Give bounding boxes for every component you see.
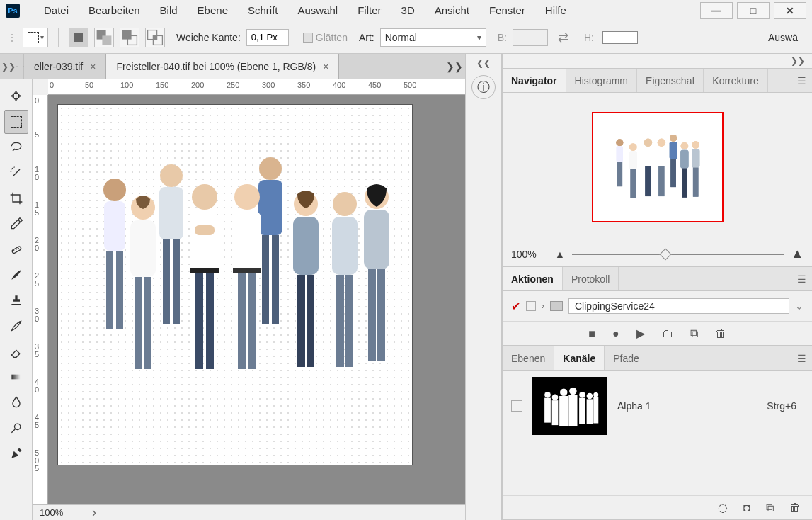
- menu-ebene[interactable]: Ebene: [188, 1, 238, 19]
- tool-preset-dropdown[interactable]: ▾: [23, 28, 48, 47]
- feather-input[interactable]: [246, 29, 289, 46]
- magic-wand-tool-icon[interactable]: [4, 161, 28, 185]
- selection-intersect-icon[interactable]: [145, 28, 165, 47]
- tab-properties[interactable]: Eigenschaf: [637, 69, 704, 92]
- tab-histogram[interactable]: Histogramm: [566, 69, 637, 92]
- maximize-button[interactable]: □: [737, 2, 770, 19]
- visibility-toggle[interactable]: [511, 400, 522, 412]
- panel-menu-icon[interactable]: ☰: [791, 267, 812, 290]
- svg-rect-52: [377, 269, 385, 361]
- width-input[interactable]: [513, 29, 548, 46]
- dodge-tool-icon[interactable]: [4, 416, 28, 440]
- menu-auswahl[interactable]: Auswahl: [288, 1, 348, 19]
- swap-wh-icon[interactable]: ⇄: [558, 30, 568, 45]
- actions-footer: ■ ● ▶ 🗀 ⧉ 🗑: [503, 321, 812, 345]
- document-tab-1[interactable]: eller-039.tif ×: [24, 54, 106, 79]
- channel-row-alpha1[interactable]: Alpha 1 Strg+6: [503, 373, 812, 439]
- tabs-overflow-icon[interactable]: ❯❯: [444, 54, 465, 79]
- expand-strip-icon[interactable]: ❮❮: [476, 58, 491, 68]
- blur-tool-icon[interactable]: [4, 390, 28, 414]
- style-select[interactable]: Normal: [380, 28, 486, 47]
- trash-icon[interactable]: 🗑: [715, 327, 726, 340]
- menu-filter[interactable]: Filter: [348, 1, 391, 19]
- tab-layers[interactable]: Ebenen: [503, 346, 554, 370]
- eraser-tool-icon[interactable]: [4, 339, 28, 363]
- menu-datei[interactable]: Datei: [34, 1, 79, 19]
- eyedropper-tool-icon[interactable]: [4, 212, 28, 236]
- new-action-icon[interactable]: ⧉: [690, 327, 698, 340]
- menu-fenster[interactable]: Fenster: [479, 1, 535, 19]
- document-tab-2[interactable]: Freisteller-040.tif bei 100% (Ebene 1, R…: [106, 54, 339, 79]
- select-edge-button[interactable]: Auswä: [761, 29, 805, 46]
- document-tabs: ❯❯ ⋮⋮ eller-039.tif × Freisteller-040.ti…: [0, 54, 465, 79]
- zoom-out-icon[interactable]: ▲: [555, 249, 565, 260]
- tab-actions[interactable]: Aktionen: [503, 267, 563, 290]
- check-icon[interactable]: ✔: [511, 300, 520, 313]
- panel-menu-icon[interactable]: ☰: [791, 346, 812, 370]
- move-tool-icon[interactable]: ✥: [4, 84, 28, 108]
- play-icon[interactable]: ▶: [636, 327, 645, 340]
- tab-navigator[interactable]: Navigator: [503, 69, 566, 92]
- selection-subtract-icon[interactable]: [120, 28, 139, 47]
- action-set-name[interactable]: ClippingService24: [568, 298, 789, 314]
- svg-point-83: [579, 392, 585, 398]
- stamp-tool-icon[interactable]: [4, 288, 28, 312]
- gradient-tool-icon[interactable]: [4, 365, 28, 389]
- close-button[interactable]: ✕: [774, 2, 806, 19]
- trash-icon[interactable]: 🗑: [789, 502, 801, 514]
- new-channel-icon[interactable]: ⧉: [766, 502, 774, 514]
- menu-hilfe[interactable]: Hilfe: [535, 1, 576, 19]
- tab-adjustments[interactable]: Korrekture: [704, 69, 767, 92]
- svg-point-71: [692, 141, 699, 149]
- panel-menu-icon[interactable]: ☰: [791, 69, 812, 92]
- toggle-dialog-icon[interactable]: [526, 301, 536, 311]
- svg-rect-25: [272, 235, 279, 324]
- tab-channels[interactable]: Kanäle: [554, 346, 605, 370]
- marquee-tool-icon[interactable]: [4, 110, 28, 134]
- info-panel-icon[interactable]: ⓘ: [471, 75, 496, 99]
- svg-rect-40: [248, 273, 256, 369]
- save-selection-icon[interactable]: ◘: [743, 502, 750, 514]
- stop-icon[interactable]: ■: [588, 327, 595, 340]
- navigator-zoom-input[interactable]: 100%: [511, 249, 548, 260]
- menu-bearbeiten[interactable]: Bearbeiten: [79, 1, 150, 19]
- chevron-right-icon[interactable]: ›: [542, 301, 544, 311]
- tab-history[interactable]: Protokoll: [563, 267, 619, 290]
- zoom-readout[interactable]: 100%: [40, 507, 89, 518]
- new-set-icon[interactable]: 🗀: [662, 327, 673, 340]
- menu-3d[interactable]: 3D: [391, 1, 425, 19]
- action-set-row[interactable]: ✔ › ClippingService24 ⌄: [508, 295, 806, 317]
- navigator-thumbnail[interactable]: [592, 112, 724, 222]
- menu-bild[interactable]: Bild: [150, 1, 188, 19]
- brush-tool-icon[interactable]: [4, 263, 28, 287]
- close-icon[interactable]: ×: [323, 61, 328, 72]
- close-icon[interactable]: ×: [90, 61, 96, 72]
- collapse-panels-icon[interactable]: ❯❯: [791, 56, 805, 66]
- status-chevron-icon[interactable]: ›: [92, 505, 96, 520]
- svg-point-68: [680, 142, 688, 150]
- history-brush-tool-icon[interactable]: [4, 314, 28, 338]
- record-icon[interactable]: ●: [612, 327, 619, 340]
- svg-rect-76: [544, 398, 551, 423]
- heal-tool-icon[interactable]: [4, 237, 28, 261]
- crop-tool-icon[interactable]: [4, 186, 28, 210]
- pen-tool-icon[interactable]: [4, 441, 28, 465]
- selection-add-icon[interactable]: [94, 28, 114, 47]
- navigator-zoom-slider[interactable]: [572, 247, 784, 261]
- selection-new-icon[interactable]: [69, 28, 88, 47]
- lasso-tool-icon[interactable]: [4, 135, 28, 159]
- menu-schrift[interactable]: Schrift: [238, 1, 288, 19]
- tab-paths[interactable]: Pfade: [605, 346, 648, 370]
- style-label: Art:: [359, 32, 374, 43]
- minimize-button[interactable]: —: [700, 2, 733, 19]
- document-image: [79, 154, 391, 424]
- load-selection-icon[interactable]: ◌: [718, 501, 728, 514]
- document-canvas[interactable]: [58, 105, 412, 465]
- antialias-checkbox[interactable]: Glätten: [303, 32, 348, 43]
- chevron-down-icon[interactable]: ⌄: [795, 300, 804, 312]
- zoom-in-icon[interactable]: ▲: [791, 247, 804, 261]
- collapsed-panel-strip: ❮❮ ⓘ: [465, 54, 502, 520]
- document-viewport[interactable]: [48, 95, 465, 504]
- panels: ❯❯ Navigator Histogramm Eigenschaf Korre…: [502, 54, 812, 520]
- menu-ansicht[interactable]: Ansicht: [425, 1, 479, 19]
